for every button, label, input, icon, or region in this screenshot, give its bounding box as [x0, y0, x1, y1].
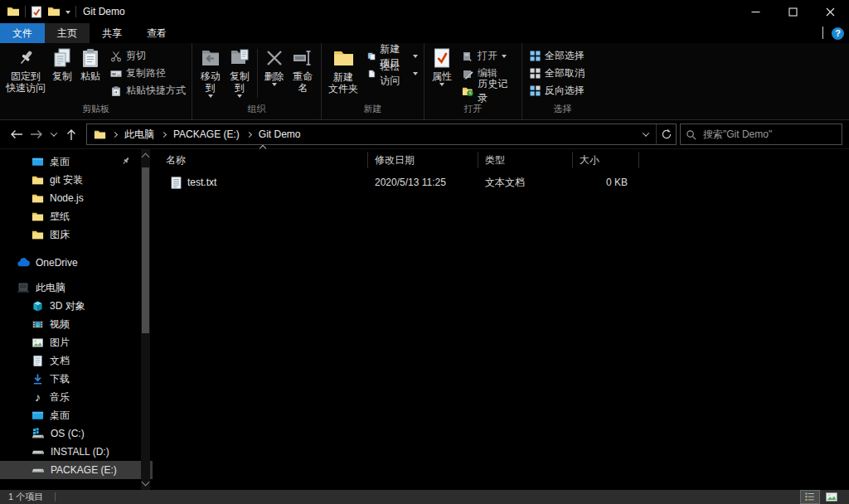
group-caption: 新建: [322, 101, 424, 119]
copy-path-button[interactable]: 复制路径: [108, 65, 188, 82]
select-none-button[interactable]: 全部取消: [527, 65, 587, 82]
column-header-date[interactable]: 修改日期: [368, 152, 478, 168]
sidebar-item-onedrive[interactable]: OneDrive: [0, 254, 153, 272]
sidebar-item-drive-d[interactable]: INSTALL (D:): [0, 443, 153, 461]
sidebar-item-nodejs[interactable]: Node.js: [0, 189, 153, 207]
sidebar-item-desktop-pinned[interactable]: 桌面: [0, 153, 153, 171]
delete-icon: [264, 47, 285, 69]
view-toggles: [801, 491, 841, 503]
easy-access-button[interactable]: 轻松访问: [365, 65, 420, 82]
sidebar-item-this-pc[interactable]: 此电脑: [0, 279, 153, 297]
recent-locations-dropdown[interactable]: [46, 124, 61, 144]
desktop-icon: [32, 156, 44, 168]
chevron-down-icon: [65, 11, 70, 14]
thumbnails-view-button[interactable]: [822, 491, 841, 503]
paste-button[interactable]: 粘贴: [76, 46, 104, 84]
qat-properties-button[interactable]: [31, 6, 42, 18]
sidebar-item-desktop[interactable]: 桌面: [0, 406, 153, 424]
breadcrumb-drive[interactable]: PACKAGE (E:): [167, 124, 245, 144]
sidebar-item-documents[interactable]: 文档: [0, 351, 153, 370]
history-icon: [462, 85, 473, 97]
address-bar[interactable]: 此电脑 PACKAGE (E:) Git Demo: [86, 124, 677, 145]
folder-icon: [47, 5, 61, 18]
cut-icon: [110, 51, 122, 62]
tab-share[interactable]: 共享: [90, 23, 134, 43]
file-row-test-txt[interactable]: test.txt 2020/5/13 11:25 文本文档 0 KB: [153, 172, 849, 192]
copy-button[interactable]: 复制: [48, 46, 76, 84]
title-bar: Git Demo: [0, 0, 849, 23]
sidebar-item-drive-e[interactable]: PACKAGE (E:): [0, 461, 153, 479]
cut-button[interactable]: 剪切: [108, 47, 188, 65]
sidebar-item-3d-objects[interactable]: 3D 对象: [0, 297, 153, 315]
pin-to-quick-access-button[interactable]: 固定到 快速访问: [3, 46, 48, 95]
refresh-button[interactable]: [656, 124, 676, 144]
breadcrumb-separator: [112, 131, 118, 137]
divider: [75, 6, 76, 17]
folder-icon: [32, 229, 44, 241]
file-name: test.txt: [187, 177, 216, 188]
column-header-size[interactable]: 大小: [573, 152, 639, 168]
open-button[interactable]: 打开: [459, 47, 518, 65]
history-button[interactable]: 历史记录: [459, 82, 518, 99]
qat-customize-dropdown[interactable]: [65, 10, 70, 14]
location-folder-icon: [87, 128, 111, 141]
folder-icon: [32, 174, 44, 187]
address-history-dropdown[interactable]: [636, 124, 656, 144]
maximize-button[interactable]: [774, 0, 812, 23]
folder-icon: [32, 211, 44, 223]
chevron-down-icon: [439, 83, 444, 86]
column-header-type[interactable]: 类型: [478, 152, 573, 168]
sidebar-item-git-install[interactable]: git 安装: [0, 171, 153, 189]
details-view-icon: [805, 492, 815, 502]
sidebar-item-drive-c[interactable]: OS (C:): [0, 424, 153, 443]
sidebar-item-wallpaper[interactable]: 壁纸: [0, 207, 153, 225]
qat-new-folder-button[interactable]: [47, 5, 61, 18]
copy-to-button[interactable]: 复制到: [225, 46, 254, 99]
back-button[interactable]: [7, 124, 27, 144]
sidebar-item-pictures[interactable]: 图片: [0, 333, 153, 351]
sidebar-item-image-host[interactable]: 图床: [0, 225, 153, 244]
onedrive-icon: [17, 256, 30, 269]
tab-view[interactable]: 查看: [134, 23, 179, 43]
invert-selection-button[interactable]: 反向选择: [527, 82, 587, 99]
rename-button[interactable]: 重命名: [289, 46, 318, 95]
tab-file[interactable]: 文件: [0, 23, 45, 43]
app-folder-icon: [7, 5, 20, 18]
paste-shortcut-icon: [110, 85, 122, 97]
breadcrumb-current-folder[interactable]: Git Demo: [253, 124, 307, 144]
column-header-name[interactable]: 名称: [153, 152, 368, 168]
details-view-button[interactable]: [801, 491, 819, 503]
chevron-down-icon: [208, 94, 213, 98]
select-all-button[interactable]: 全部选择: [527, 47, 587, 65]
breadcrumb-this-pc[interactable]: 此电脑: [119, 124, 160, 144]
group-caption: 组织: [192, 101, 321, 119]
sidebar-item-downloads[interactable]: 下载: [0, 370, 153, 388]
minimize-button[interactable]: [737, 0, 774, 23]
scrollbar-thumb[interactable]: [142, 167, 149, 333]
help-button[interactable]: ?: [832, 27, 844, 40]
new-folder-button[interactable]: 新建 文件夹: [325, 46, 361, 96]
os-drive-icon: [32, 427, 45, 440]
column-headers: 名称 修改日期 类型 大小: [153, 149, 849, 171]
properties-icon: [431, 47, 453, 69]
delete-button[interactable]: 删除: [260, 46, 289, 88]
search-input[interactable]: [701, 128, 837, 141]
collapse-ribbon-button[interactable]: [822, 27, 823, 39]
sidebar-item-music[interactable]: ♪ 音乐: [0, 388, 153, 406]
properties-button[interactable]: 属性: [428, 46, 456, 88]
paste-shortcut-button[interactable]: 粘贴快捷方式: [108, 82, 188, 99]
sidebar-item-videos[interactable]: 视频: [0, 315, 153, 333]
navigation-pane: 桌面 git 安装 Node.js 壁纸 图床: [0, 149, 153, 490]
search-icon: [686, 129, 696, 140]
caption-buttons: [737, 0, 849, 23]
forward-button[interactable]: [27, 124, 46, 144]
tab-home[interactable]: 主页: [45, 23, 90, 43]
up-button[interactable]: [61, 124, 81, 144]
move-to-button[interactable]: 移动到: [196, 46, 225, 99]
file-explorer-window: Git Demo 文件 主页 共享 查看 ?: [0, 0, 849, 504]
sidebar-scrollbar[interactable]: [141, 149, 150, 490]
close-button[interactable]: [812, 0, 849, 23]
main-area: 桌面 git 安装 Node.js 壁纸 图床: [0, 149, 849, 490]
drive-icon: [32, 463, 45, 477]
search-box[interactable]: [680, 124, 842, 145]
